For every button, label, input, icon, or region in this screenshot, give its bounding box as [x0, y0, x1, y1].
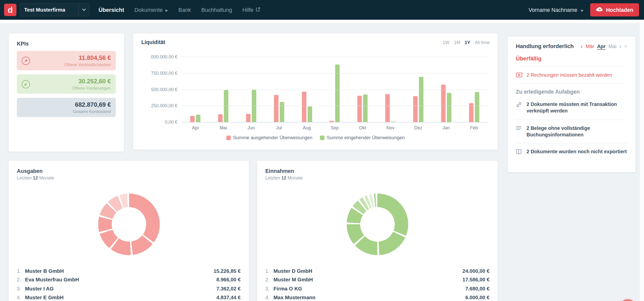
kpi-label: Gesamt Kontostand [73, 109, 111, 114]
x-tick-label: Jul [265, 125, 293, 130]
user-menu[interactable]: Vorname Nachname [529, 7, 583, 13]
caret-down-icon [165, 7, 168, 13]
list-item[interactable]: 2. Muster M GmbH 17.586,00 € [265, 276, 490, 284]
chevron-right-icon[interactable]: › [619, 43, 621, 49]
amount: 4.837,44 € [216, 295, 240, 300]
amount: 7.680,00 € [465, 286, 490, 292]
customer-name: Muster D GmbH [273, 268, 312, 274]
kpi-value: 11.804,56 € [79, 54, 111, 61]
action-item-label: 2 Dokumente wurden noch nicht exportiert [527, 148, 627, 155]
pager-next-month[interactable]: Mai [609, 43, 617, 49]
todo-link-transactions-item[interactable]: 2 Dokumente müssten mit Transaktion verk… [516, 96, 627, 120]
topbar-right: Vorname Nachname Hochladen [529, 3, 639, 16]
subtitle-number: 12 [281, 175, 287, 180]
nav-item-hilfe[interactable]: Hilfe [243, 7, 261, 13]
bar[interactable] [475, 92, 479, 122]
gridline [182, 57, 488, 57]
liquidity-months: AprMaiJunJulAugSepOktNovDezJanFeb [182, 125, 488, 130]
x-tick-label: Nov [377, 125, 405, 130]
kpi-open-receivables[interactable]: ↙ 30.252,60 € Offene Forderungen [17, 74, 116, 94]
bar[interactable] [357, 96, 362, 122]
range-all-time[interactable]: All time [475, 40, 490, 45]
einnahmen-donut[interactable] [347, 194, 408, 255]
subtitle-text: Letzten [265, 175, 281, 180]
ausgaben-card: Ausgaben Letzten 12 Monate 1. Muster B G… [8, 160, 249, 301]
bar[interactable] [419, 77, 423, 122]
nav-item-bank[interactable]: Bank [178, 7, 191, 13]
range-1y[interactable]: 1Y [465, 40, 470, 45]
app-logo[interactable]: d [4, 4, 16, 16]
vendor-name: Muster B GmbH [25, 268, 64, 274]
top-navigation-bar: d Test Musterfirma Übersicht Dokumente B… [0, 0, 644, 20]
money-out-icon: ↗ [22, 56, 30, 65]
list-item[interactable]: 1. Muster B GmbH 15.226,85 € [17, 267, 241, 276]
todo-not-exported-item[interactable]: 2 Dokumente wurden noch nicht exportiert [516, 143, 627, 160]
chat-widget-button[interactable] [619, 299, 636, 301]
rank: 2. [17, 277, 25, 283]
y-tick-label: 500.000,00 € [151, 87, 177, 92]
liquidity-card: Liquidität 1W 1M 1Y All time .000.000,00… [133, 33, 498, 150]
bar[interactable] [447, 93, 451, 122]
range-1w[interactable]: 1W [442, 40, 449, 45]
kpi-open-payables[interactable]: ↗ 11.804,56 € Offene Verbindlichkeiten [17, 51, 116, 70]
list-item[interactable]: 3. Firma O KG 7.680,00 € [265, 284, 490, 293]
bar[interactable] [413, 96, 418, 122]
bar[interactable] [302, 92, 306, 122]
legend-outgoing[interactable]: Summe ausgehender Überweisungen [226, 135, 312, 140]
x-tick-label: Jan [432, 125, 460, 130]
action-required-card: Handlung erforderlich ‹ Mär Apr Mai › » … [507, 36, 636, 173]
gridline [182, 89, 488, 90]
list-item[interactable]: 2. Eva Musterfrau GmbH 8.966,00 € [17, 276, 241, 284]
bar[interactable] [441, 85, 446, 122]
upload-button[interactable]: Hochladen [590, 3, 639, 16]
page-gap [0, 20, 644, 23]
list-item[interactable]: 4. Muster E GmbH 4.837,44 € [17, 293, 241, 301]
bar[interactable] [196, 115, 200, 122]
bar[interactable] [385, 94, 390, 122]
dashboard-content: KPIs ↗ 11.804,56 € Offene Verbindlichkei… [0, 23, 644, 301]
legend-label: Summe ausgehender Überweisungen [233, 135, 312, 140]
ausgaben-top-list: 1. Muster B GmbH 15.226,85 € 2. Eva Must… [17, 267, 241, 301]
pager-prev-month[interactable]: Mär [586, 43, 594, 49]
amount: 8.966,00 € [216, 277, 240, 283]
chevron-left-icon[interactable]: ‹ [581, 43, 583, 49]
amount: 15.226,85 € [214, 268, 241, 274]
bar[interactable] [246, 114, 251, 122]
dashboard-page: d Test Musterfirma Übersicht Dokumente B… [0, 0, 644, 301]
kpi-value: 30.252,60 € [78, 78, 111, 85]
list-item[interactable]: 3. Muster I AG 7.362,02 € [17, 284, 241, 293]
todo-booking-info-item[interactable]: 2 Belege ohne vollständige Buchungsinfor… [516, 120, 627, 143]
overdue-invoices-item[interactable]: 2 Rechnungen müssen bezahlt werden [516, 66, 627, 84]
nav-label: Übersicht [99, 7, 124, 13]
amount: 6.000,00 € [465, 295, 490, 300]
company-selector[interactable]: Test Musterfirma [20, 3, 90, 16]
legend-swatch-in [320, 135, 324, 140]
nav-item-buchhaltung[interactable]: Buchhaltung [201, 7, 232, 13]
x-tick-label: Apr [182, 125, 210, 130]
list-item[interactable]: 4. Max Mustermann 6.000,00 € [265, 293, 490, 301]
bar[interactable] [307, 106, 312, 122]
external-link-icon [256, 7, 261, 13]
ausgaben-donut[interactable] [98, 194, 159, 255]
bar[interactable] [274, 95, 278, 122]
nav-item-dokumente[interactable]: Dokumente [134, 7, 168, 13]
todo-title: Zu erledigende Aufabgen [516, 89, 627, 96]
chevron-end-icon[interactable]: » [624, 44, 627, 49]
kpi-total-balance[interactable]: 682.870,69 € Gesamt Kontostand [17, 98, 116, 117]
range-1m[interactable]: 1M [454, 40, 460, 45]
link-icon [516, 102, 522, 108]
bar[interactable] [218, 114, 223, 122]
bar[interactable] [190, 116, 195, 122]
pager-current-month[interactable]: Apr [597, 43, 606, 49]
scrollbar-gutter[interactable] [640, 23, 644, 301]
liquidity-plot [182, 57, 488, 122]
bar[interactable] [280, 102, 284, 122]
y-tick-label: .000.000,00 € [150, 54, 177, 59]
amount: 7.362,02 € [216, 286, 240, 292]
bar[interactable] [363, 95, 368, 122]
legend-incoming[interactable]: Summe eingehender Überweisungen [320, 135, 405, 140]
nav-item-uebersicht[interactable]: Übersicht [99, 7, 124, 13]
list-item[interactable]: 1. Muster D GmbH 24.000,00 € [265, 267, 490, 276]
einnahmen-subtitle: Letzten 12 Monate [265, 175, 490, 180]
actions-title: Handlung erforderlich [516, 43, 574, 49]
